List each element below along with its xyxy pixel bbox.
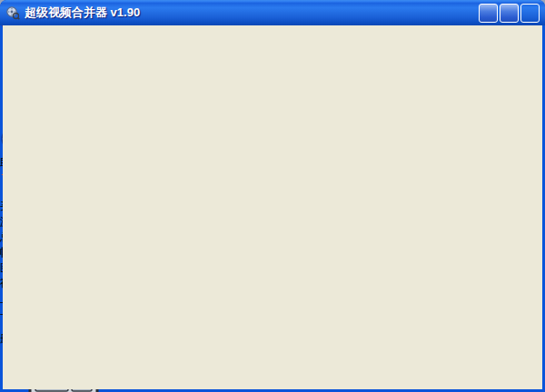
app-window: 超级视频合并器 v1.90 开始合并(X) 软件注册(Y) 帮助文件(Z) — [0, 0, 545, 392]
app-icon — [5, 5, 20, 20]
close-button[interactable] — [520, 4, 540, 23]
maximize-button[interactable] — [500, 4, 519, 23]
titlebar[interactable]: 超级视频合并器 v1.90 — [0, 0, 545, 25]
minimize-button[interactable] — [479, 4, 498, 23]
client-area — [3, 25, 542, 389]
titlebar-buttons — [479, 4, 540, 23]
window-title: 超级视频合并器 v1.90 — [25, 5, 479, 21]
